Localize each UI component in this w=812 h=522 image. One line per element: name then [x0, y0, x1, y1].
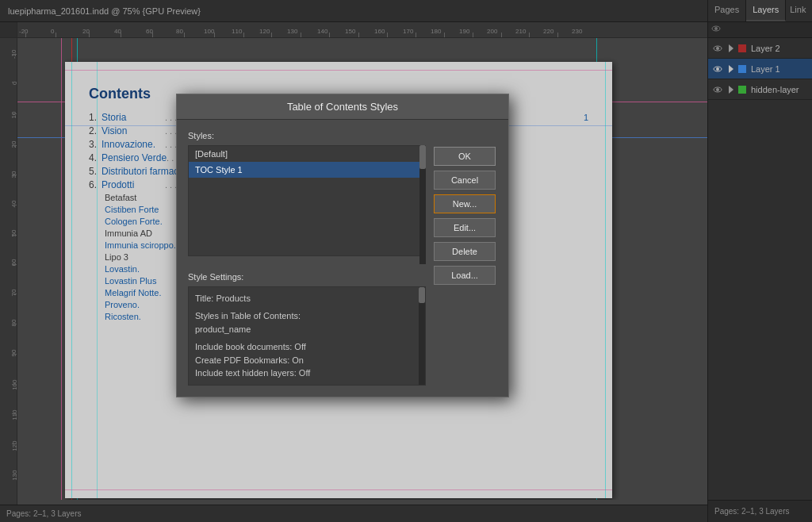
new-button[interactable]: New...: [434, 194, 496, 213]
styles-label: Styles:: [188, 131, 426, 140]
settings-product-name: product_name: [195, 323, 419, 336]
scrollbar-track: [419, 145, 426, 264]
style-settings-content: Title: Products Styles in Table of Conte…: [188, 286, 426, 386]
style-settings-text: Title: Products Styles in Table of Conte…: [195, 292, 419, 380]
settings-pdf-bookmarks: Create PDF Bookmarks: On: [195, 354, 419, 367]
style-default[interactable]: [Default]: [189, 146, 425, 162]
settings-styles-in-toc: Styles in Table of Contents:: [195, 309, 419, 323]
dialog-body: Styles: [Default] TOC Style 1 Style Sett…: [177, 120, 508, 397]
load-button[interactable]: Load...: [434, 266, 496, 285]
styles-list[interactable]: [Default] TOC Style 1: [188, 145, 426, 256]
settings-scrollbar-thumb[interactable]: [419, 287, 425, 303]
cancel-button[interactable]: Cancel: [434, 171, 496, 190]
styles-list-wrapper: [Default] TOC Style 1: [188, 145, 426, 264]
settings-title: Title: Products: [195, 292, 419, 305]
style-settings-label: Style Settings:: [188, 272, 426, 282]
settings-scrollbar-track: [419, 287, 425, 385]
dialog-left-panel: Styles: [Default] TOC Style 1 Style Sett…: [188, 131, 426, 386]
dialog-buttons: OK Cancel New... Edit... Delete Load...: [434, 131, 497, 386]
delete-button[interactable]: Delete: [434, 242, 496, 261]
toc-dialog: Table of Contents Styles Styles: [Defaul…: [176, 94, 509, 397]
style-toc1[interactable]: TOC Style 1: [189, 162, 425, 178]
ok-button[interactable]: OK: [434, 147, 496, 166]
dialog-title: Table of Contents Styles: [177, 94, 508, 120]
settings-hidden-layers: Include text hidden layers: Off: [195, 367, 419, 380]
dialog-overlay: Table of Contents Styles Styles: [Defaul…: [0, 0, 812, 522]
edit-button[interactable]: Edit...: [434, 218, 496, 237]
settings-include-book: Include book documents: Off: [195, 340, 419, 354]
scrollbar-thumb[interactable]: [419, 145, 426, 169]
